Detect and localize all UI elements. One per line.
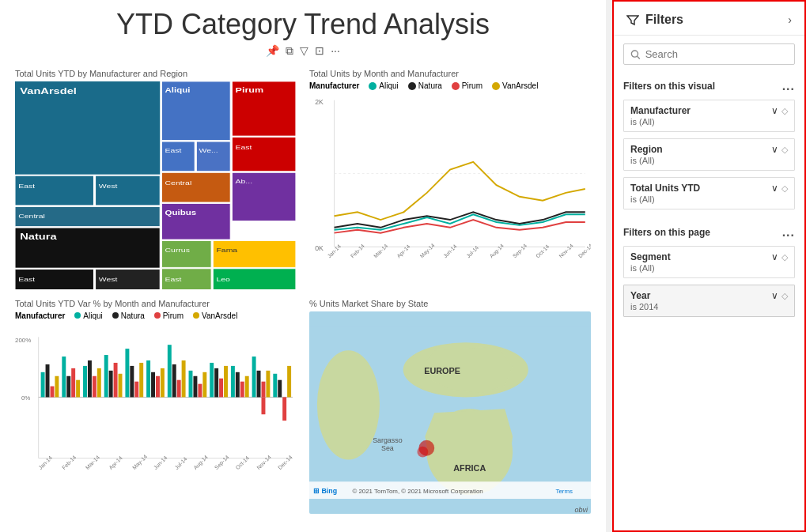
svg-rect-88 [189, 370, 193, 397]
svg-text:Feb-14: Feb-14 [350, 243, 365, 258]
manufacturer-value: is (All) [630, 117, 788, 126]
svg-rect-34 [213, 241, 296, 268]
svg-text:West: West [99, 277, 118, 283]
svg-text:2K: 2K [315, 98, 324, 106]
filter-year[interactable]: Year ∨ ◇ is 2014 [623, 285, 795, 317]
svg-rect-100 [252, 357, 256, 397]
svg-text:Fama: Fama [216, 247, 238, 253]
svg-rect-72 [104, 355, 108, 397]
svg-text:AFRICA: AFRICA [453, 463, 486, 473]
svg-rect-80 [146, 360, 150, 396]
svg-text:East: East [18, 277, 35, 283]
svg-text:Aug-14: Aug-14 [192, 454, 210, 471]
svg-rect-75 [119, 373, 123, 397]
svg-text:Leo: Leo [216, 276, 229, 282]
svg-text:Feb-14: Feb-14 [61, 454, 78, 470]
expand-icon[interactable]: ⊡ [315, 44, 324, 58]
svg-text:Jun-14: Jun-14 [153, 455, 168, 470]
filters-collapse-button[interactable]: › [788, 13, 792, 26]
treemap-title: Total Units YTD by Manufacturer and Regi… [15, 69, 297, 78]
svg-text:Terms: Terms [556, 488, 573, 495]
copy-icon[interactable]: ⧉ [286, 44, 293, 58]
legend-manufacturer-label: Manufacturer [309, 81, 359, 90]
bar-legend: Manufacturer Aliqui Natura Pirum VanArsd… [15, 311, 297, 320]
bar-legend-pirum: Pirum [154, 311, 184, 320]
map-area: EUROPE Sargasso Sea AFRICA ⊞ Bing © 2021… [309, 311, 591, 515]
filter-total-units-ytd[interactable]: Total Units YTD ∨ ◇ is (All) [623, 177, 795, 209]
filter-segment[interactable]: Segment ∨ ◇ is (All) [623, 246, 795, 278]
svg-rect-81 [151, 372, 155, 397]
svg-text:East: East [165, 276, 182, 282]
total-units-clear[interactable]: ◇ [781, 183, 788, 194]
svg-rect-95 [224, 365, 228, 397]
svg-rect-71 [97, 368, 101, 397]
svg-text:Central: Central [18, 213, 45, 219]
svg-text:Mar-14: Mar-14 [373, 243, 388, 258]
map-svg: EUROPE Sargasso Sea AFRICA ⊞ Bing © 2021… [309, 311, 591, 515]
main-content: YTD Category Trend Analysis 📌 ⧉ ▽ ⊡ ··· … [0, 0, 606, 532]
more-icon[interactable]: ··· [331, 44, 340, 58]
bar-legend-aliqui: Aliqui [74, 311, 102, 320]
bar-legend-natura: Natura [112, 311, 145, 320]
svg-text:Quibus: Quibus [165, 209, 197, 216]
map-obvi: obvi [574, 506, 588, 514]
line-chart-title: Total Units by Month and Manufacturer [309, 69, 591, 78]
visual-filter-dots[interactable]: ... [782, 79, 795, 93]
line-chart: Total Units by Month and Manufacturer Ma… [306, 66, 594, 289]
total-units-chevron[interactable]: ∨ [771, 183, 778, 194]
segment-chevron[interactable]: ∨ [771, 251, 778, 262]
filters-title: Filters [626, 13, 683, 27]
svg-line-138 [638, 56, 640, 58]
legend-aliqui: Aliqui [369, 81, 398, 90]
legend-natura: Natura [408, 81, 442, 90]
page-filter-section-label: Filters on this page ... [614, 219, 804, 243]
svg-text:Central: Central [165, 179, 192, 186]
svg-text:Oct-14: Oct-14 [235, 455, 251, 470]
svg-rect-77 [130, 365, 134, 397]
svg-rect-86 [177, 379, 181, 397]
search-icon [630, 49, 641, 60]
svg-rect-106 [278, 379, 282, 397]
treemap-svg[interactable]: VanArsdel East West Central Natura East … [15, 81, 297, 289]
page-filter-dots[interactable]: ... [782, 225, 795, 240]
search-input[interactable] [645, 48, 788, 60]
svg-rect-69 [88, 360, 92, 396]
svg-rect-85 [172, 364, 176, 397]
year-chevron[interactable]: ∨ [771, 290, 778, 301]
svg-text:Dec-14: Dec-14 [577, 243, 591, 259]
svg-rect-20 [161, 172, 230, 202]
pin-icon[interactable]: 📌 [266, 44, 279, 58]
svg-rect-76 [125, 349, 129, 397]
legend-vanarsdel: VanArsdel [492, 81, 538, 90]
year-clear[interactable]: ◇ [781, 291, 788, 301]
scrollbar[interactable] [606, 0, 612, 532]
segment-clear[interactable]: ◇ [781, 252, 788, 262]
svg-text:East: East [165, 147, 182, 153]
filters-panel: Filters › Filters on this visual ... Man… [612, 0, 806, 532]
svg-text:⊞ Bing: ⊞ Bing [313, 487, 337, 495]
svg-rect-93 [214, 368, 218, 397]
filter-icon[interactable]: ▽ [300, 44, 308, 58]
manufacturer-clear[interactable]: ◇ [781, 106, 788, 116]
search-box[interactable] [623, 43, 795, 65]
svg-text:VanArsdel: VanArsdel [20, 86, 77, 96]
svg-rect-101 [257, 370, 261, 397]
svg-rect-4 [96, 175, 161, 206]
svg-rect-65 [66, 375, 70, 397]
filter-manufacturer[interactable]: Manufacturer ∨ ◇ is (All) [623, 100, 795, 132]
svg-rect-74 [114, 362, 118, 397]
bar-chart-title: Total Units YTD Var % by Month and Manuf… [15, 299, 297, 308]
bar-legend-vanarsdel: VanArsdel [193, 311, 237, 320]
svg-rect-99 [245, 375, 249, 397]
svg-text:Nov-14: Nov-14 [255, 454, 272, 470]
svg-text:We...: We... [199, 147, 218, 153]
svg-rect-83 [161, 368, 165, 397]
svg-rect-107 [282, 397, 286, 421]
filter-region[interactable]: Region ∨ ◇ is (All) [623, 138, 795, 171]
region-chevron[interactable]: ∨ [771, 144, 778, 155]
svg-text:0K: 0K [315, 244, 324, 252]
svg-rect-108 [287, 365, 291, 397]
region-clear[interactable]: ◇ [781, 145, 788, 155]
region-value: is (All) [630, 156, 788, 165]
manufacturer-chevron[interactable]: ∨ [771, 105, 778, 116]
